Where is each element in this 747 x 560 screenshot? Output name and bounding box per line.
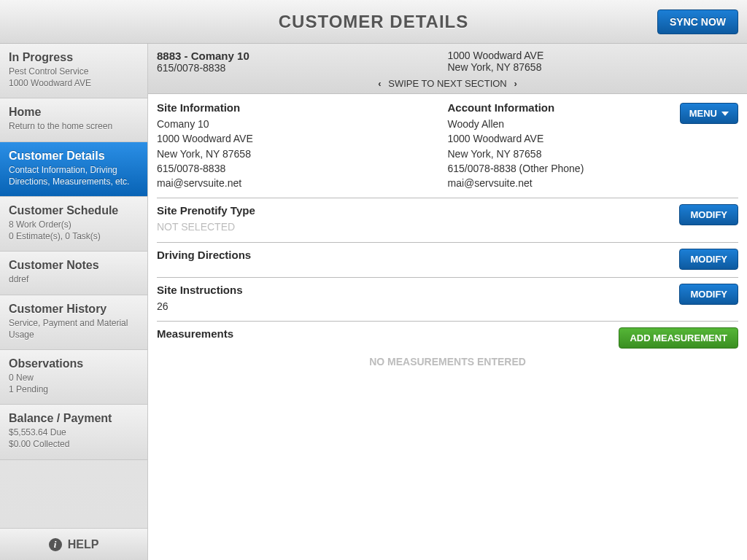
divider	[157, 198, 738, 198]
section-heading: Account Information	[448, 101, 680, 114]
site-information-section: Site Information Comany 10 1000 Woodward…	[157, 101, 448, 190]
sidebar-item-in-progress[interactable]: In Progress Pest Control Service 1000 Wo…	[0, 44, 147, 98]
account-addr1: 1000 Woodward AVE	[448, 131, 680, 146]
chevron-down-icon	[721, 112, 729, 116]
account-name: Woody Allen	[448, 117, 680, 131]
account-phone: 615/0078-8838 (Other Phone)	[448, 161, 680, 176]
site-company: Comany 10	[157, 117, 448, 131]
section-heading: Site Instructions	[157, 284, 243, 296]
sidebar-item-title: In Progress	[9, 51, 139, 64]
customer-phone: 615/0078-8838	[157, 62, 448, 74]
sidebar-item-balance-payment[interactable]: Balance / Payment $5,553.64 Due $0.00 Co…	[0, 405, 147, 459]
help-button[interactable]: i HELP	[0, 528, 147, 560]
swipe-hint: ‹ SWIPE TO NEXT SECTION ›	[157, 78, 738, 89]
modify-prenotify-button[interactable]: MODIFY	[679, 204, 738, 225]
prenotify-value: NOT SELECTED	[157, 219, 255, 234]
account-email: mai@servsuite.net	[448, 176, 680, 190]
site-email: mai@servsuite.net	[157, 176, 448, 190]
help-label: HELP	[68, 538, 99, 551]
sidebar-item-title: Customer Notes	[9, 259, 139, 272]
site-addr1: 1000 Woodward AVE	[157, 131, 448, 146]
sidebar-item-sub: Usage	[9, 329, 139, 341]
measurements-empty: NO MEASUREMENTS ENTERED	[157, 356, 738, 368]
page-title: CUSTOMER DETAILS	[279, 12, 468, 32]
sidebar-item-sub: 0 New	[9, 372, 139, 384]
customer-addr2: New York, NY 87658	[448, 61, 739, 73]
sidebar-item-sub: 0 Estimate(s), 0 Task(s)	[9, 230, 139, 242]
sidebar-item-customer-history[interactable]: Customer History Service, Payment and Ma…	[0, 295, 147, 350]
divider	[157, 242, 738, 243]
divider	[157, 321, 738, 322]
sidebar-item-customer-notes[interactable]: Customer Notes ddref	[0, 252, 147, 295]
sidebar-item-title: Home	[9, 106, 139, 119]
chevron-right-icon[interactable]: ›	[509, 78, 521, 89]
sidebar-item-sub: Return to the home screen	[9, 120, 139, 132]
account-addr2: New York, NY 87658	[448, 147, 680, 161]
info-icon: i	[49, 538, 62, 551]
modify-driving-button[interactable]: MODIFY	[679, 249, 738, 270]
header: CUSTOMER DETAILS SYNC NOW	[0, 0, 747, 44]
account-information-section: Account Information Woody Allen 1000 Woo…	[448, 101, 739, 190]
sidebar-item-sub: Directions, Measurements, etc.	[9, 176, 139, 187]
sidebar-item-customer-schedule[interactable]: Customer Schedule 8 Work Order(s) 0 Esti…	[0, 197, 147, 252]
sidebar-item-sub: $5,553.64 Due	[9, 427, 139, 438]
customer-info-bar: 8883 - Comany 10 615/0078-8838 1000 Wood…	[148, 44, 747, 94]
instructions-value: 26	[157, 299, 243, 314]
customer-addr1: 1000 Woodward AVE	[448, 50, 739, 61]
sidebar-item-sub: $0.00 Collected	[9, 438, 139, 450]
sidebar-item-sub: Service, Payment and Material	[9, 317, 139, 329]
sidebar-item-observations[interactable]: Observations 0 New 1 Pending	[0, 350, 147, 405]
main-panel: 8883 - Comany 10 615/0078-8838 1000 Wood…	[148, 44, 747, 560]
sidebar-item-title: Balance / Payment	[9, 412, 139, 425]
menu-button-label: MENU	[689, 108, 717, 119]
section-heading: Site Information	[157, 101, 448, 114]
section-heading: Measurements	[157, 327, 233, 340]
sidebar-item-customer-details[interactable]: Customer Details Contact Information, Dr…	[0, 142, 147, 197]
chevron-left-icon[interactable]: ‹	[374, 78, 385, 89]
section-heading: Driving Directions	[157, 249, 251, 261]
sidebar-item-title: Customer Schedule	[9, 204, 139, 217]
sidebar-item-title: Customer History	[9, 303, 139, 316]
sidebar-item-sub: 1000 Woodward AVE	[9, 77, 139, 89]
customer-id-name: 8883 - Comany 10	[157, 50, 448, 62]
divider	[157, 277, 738, 278]
swipe-label: SWIPE TO NEXT SECTION	[388, 78, 507, 89]
menu-button[interactable]: MENU	[680, 103, 738, 124]
sidebar-item-title: Customer Details	[9, 149, 139, 163]
sidebar-item-sub: Pest Control Service	[9, 66, 139, 77]
site-addr2: New York, NY 87658	[157, 147, 448, 161]
sidebar-item-sub: Contact Information, Driving	[9, 164, 139, 176]
modify-instructions-button[interactable]: MODIFY	[679, 284, 738, 305]
site-phone: 615/0078-8838	[157, 161, 448, 176]
sidebar-item-sub: 1 Pending	[9, 384, 139, 395]
sidebar-item-sub: ddref	[9, 273, 139, 285]
sync-now-button[interactable]: SYNC NOW	[657, 9, 738, 34]
sidebar-item-title: Observations	[9, 357, 139, 370]
section-heading: Site Prenotify Type	[157, 204, 255, 217]
sidebar-item-sub: 8 Work Order(s)	[9, 219, 139, 230]
sidebar: In Progress Pest Control Service 1000 Wo…	[0, 44, 148, 560]
add-measurement-button[interactable]: ADD MEASUREMENT	[619, 327, 738, 349]
sidebar-item-home[interactable]: Home Return to the home screen	[0, 98, 147, 141]
